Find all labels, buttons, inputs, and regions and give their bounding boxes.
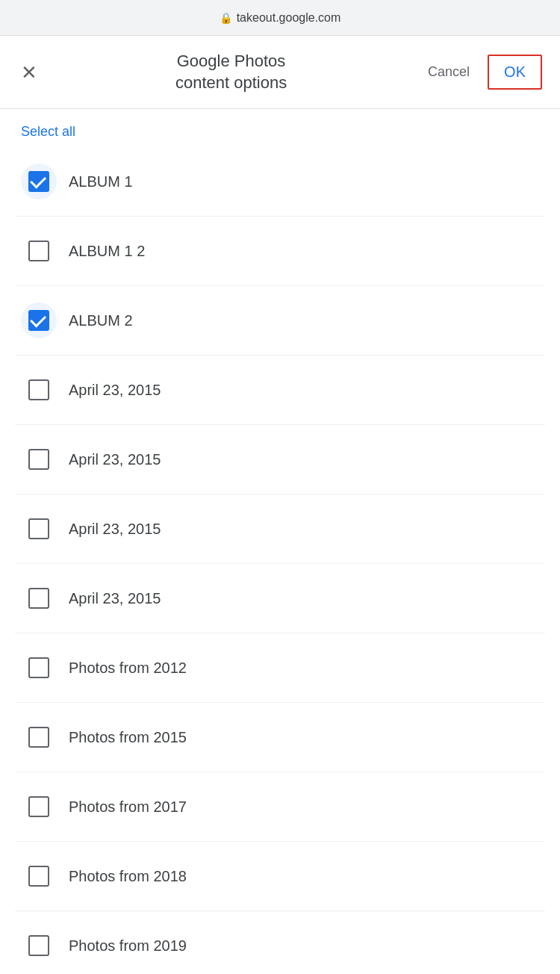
checkbox[interactable] (28, 796, 49, 817)
dialog-title: Google Photoscontent options (40, 51, 422, 93)
checkbox-wrapper (21, 650, 57, 686)
list-item[interactable]: Photos from 2018 (15, 842, 545, 911)
ok-button[interactable]: OK (488, 55, 542, 90)
checkbox[interactable] (28, 935, 49, 956)
list-item[interactable]: ALBUM 1 2 (15, 217, 545, 286)
checkbox-wrapper (21, 233, 57, 269)
checkbox-wrapper (21, 511, 57, 547)
select-all-button[interactable]: Select all (21, 124, 75, 140)
item-label: Photos from 2015 (69, 729, 187, 746)
select-all-section: Select all (0, 109, 560, 147)
dialog-header: ✕ Google Photoscontent options Cancel OK (0, 36, 560, 109)
address-bar-url: takeout.google.com (237, 11, 341, 25)
item-label: April 23, 2015 (69, 451, 161, 468)
item-label: April 23, 2015 (69, 590, 161, 607)
checkbox[interactable] (28, 727, 49, 748)
list-item[interactable]: April 23, 2015 (15, 356, 545, 425)
item-label: April 23, 2015 (69, 382, 161, 399)
content-card: ✕ Google Photoscontent options Cancel OK… (0, 36, 560, 974)
checkbox-wrapper (21, 928, 57, 964)
checkbox[interactable] (28, 588, 49, 609)
item-label: Photos from 2012 (69, 660, 187, 677)
checkbox[interactable] (28, 310, 49, 331)
list-item[interactable]: Photos from 2012 (15, 633, 545, 703)
checkbox[interactable] (28, 518, 49, 539)
list-item[interactable]: April 23, 2015 (15, 564, 545, 633)
checkbox[interactable] (28, 866, 49, 887)
item-label: Photos from 2017 (69, 798, 187, 816)
address-bar: 🔒 takeout.google.com (0, 0, 560, 36)
item-label: ALBUM 1 (69, 173, 133, 190)
checkbox-wrapper (21, 164, 57, 199)
header-title-container: Google Photoscontent options (40, 51, 422, 93)
checkbox-wrapper (21, 441, 57, 477)
checkbox[interactable] (28, 657, 49, 678)
checkbox-wrapper (21, 789, 57, 825)
list-item[interactable]: Photos from 2017 (15, 772, 545, 842)
checkbox-wrapper (21, 372, 57, 408)
checkbox-wrapper (21, 858, 57, 894)
checkbox[interactable] (28, 241, 49, 261)
list-item[interactable]: ALBUM 2 (15, 286, 545, 356)
lock-icon: 🔒 (220, 12, 232, 24)
item-label: Photos from 2019 (69, 937, 187, 955)
list-item[interactable]: Photos from 2015 (15, 703, 545, 772)
list-item[interactable]: April 23, 2015 (15, 494, 545, 564)
header-left: ✕ (18, 60, 40, 85)
item-label: Photos from 2018 (69, 868, 187, 885)
checkbox-wrapper (21, 303, 57, 338)
close-button[interactable]: ✕ (18, 60, 40, 85)
item-label: ALBUM 1 2 (69, 243, 145, 260)
list-item[interactable]: April 23, 2015 (15, 425, 545, 494)
checkbox[interactable] (28, 379, 49, 400)
checkbox-wrapper (21, 580, 57, 616)
header-actions: Cancel OK (422, 55, 542, 90)
checkbox[interactable] (28, 449, 49, 470)
item-label: ALBUM 2 (69, 312, 133, 329)
list-item[interactable]: ALBUM 1 (15, 147, 545, 217)
checkbox-wrapper (21, 719, 57, 755)
checkbox[interactable] (28, 171, 49, 192)
item-label: April 23, 2015 (69, 521, 161, 538)
album-list: ALBUM 1ALBUM 1 2ALBUM 2April 23, 2015Apr… (0, 147, 560, 974)
list-item[interactable]: Photos from 2019 (15, 911, 545, 974)
cancel-button[interactable]: Cancel (422, 61, 476, 83)
